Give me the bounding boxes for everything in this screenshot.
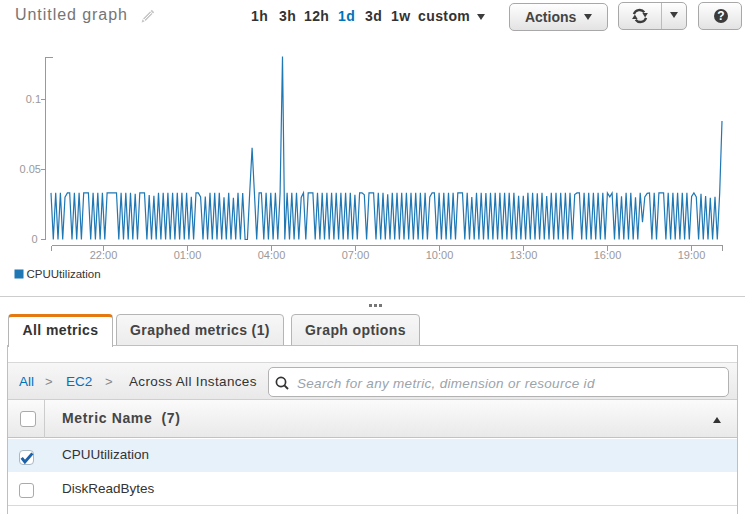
svg-text:04:00: 04:00 [258, 249, 286, 261]
svg-text:22:00: 22:00 [90, 249, 118, 261]
svg-text:10:00: 10:00 [426, 249, 454, 261]
svg-text:19:00: 19:00 [678, 249, 706, 261]
svg-text:16:00: 16:00 [594, 249, 622, 261]
svg-text:13:00: 13:00 [510, 249, 538, 261]
svg-text:07:00: 07:00 [342, 249, 370, 261]
svg-text:01:00: 01:00 [174, 249, 202, 261]
svg-text:0.05: 0.05 [20, 163, 41, 175]
svg-text:0: 0 [31, 233, 37, 245]
svg-text:0.1: 0.1 [26, 93, 41, 105]
svg-text:CPUUtilization: CPUUtilization [27, 268, 101, 280]
